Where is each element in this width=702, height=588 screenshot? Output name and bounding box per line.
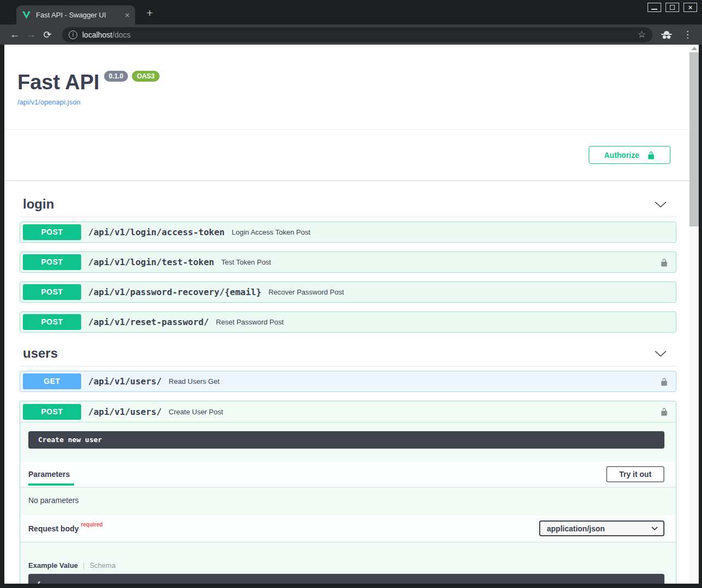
method-badge: POST: [23, 404, 81, 420]
endpoint-row-login-access-token[interactable]: POST /api/v1/login/access-token Login Ac…: [20, 222, 676, 243]
endpoint-summary: Read Users Get: [169, 377, 219, 385]
endpoint-row-read-users[interactable]: GET /api/v1/users/ Read Users Get: [20, 371, 676, 392]
chevron-down-icon: [651, 526, 658, 530]
page-scrollbar[interactable]: [689, 45, 699, 584]
maximize-button[interactable]: [666, 3, 679, 12]
endpoint-description: Create new user: [28, 431, 664, 449]
endpoint-summary: Reset Password Post: [216, 318, 284, 326]
incognito-icon: [660, 30, 673, 39]
endpoint-row-password-recovery[interactable]: POST /api/v1/password-recovery/{email} R…: [20, 281, 676, 303]
tag-title-login: login: [23, 197, 54, 212]
method-badge: POST: [23, 224, 81, 240]
active-tab-underline: [28, 483, 74, 486]
browser-titlebar: Fast API - Swagger UI × + ×: [0, 0, 702, 24]
endpoint-row-login-test-token[interactable]: POST /api/v1/login/test-token Test Token…: [20, 252, 676, 273]
endpoint-summary: Create User Post: [169, 408, 223, 416]
endpoint-summary: Login Access Token Post: [231, 228, 310, 236]
parameters-tab[interactable]: Parameters: [28, 470, 70, 479]
page-viewport: Fast API0.1.0OAS3 /api/v1/openapi.json A…: [4, 45, 699, 584]
endpoint-summary: Recover Password Post: [268, 288, 344, 296]
page-title: Fast API0.1.0OAS3: [17, 71, 676, 94]
unlocked-padlock-icon[interactable]: [660, 377, 668, 387]
tab-favicon-icon: [22, 11, 31, 19]
oas3-badge: OAS3: [132, 71, 160, 82]
no-parameters-text: No parameters: [20, 487, 676, 515]
tag-title-users: users: [23, 346, 58, 361]
new-tab-button[interactable]: +: [143, 7, 156, 20]
chevron-down-icon[interactable]: [655, 351, 667, 357]
close-button[interactable]: ×: [683, 3, 697, 12]
minimize-icon: [651, 9, 657, 10]
site-info-icon[interactable]: i: [69, 30, 77, 39]
required-label: required: [81, 522, 103, 528]
back-button[interactable]: ←: [7, 29, 23, 40]
model-example: Example Value | Schema {: [20, 542, 676, 584]
scrollbar-up-button[interactable]: [689, 45, 699, 52]
reload-button[interactable]: ⟳: [39, 29, 56, 41]
scheme-container: Authorize: [4, 130, 699, 180]
request-body-header: Request bodyrequired application/json: [20, 515, 676, 542]
unlocked-padlock-icon[interactable]: [660, 407, 668, 416]
tab-example-value[interactable]: Example Value: [28, 561, 78, 569]
url-text[interactable]: localhost/docs: [82, 30, 633, 39]
code-line: {: [36, 580, 656, 584]
scrollbar-thumb[interactable]: [689, 52, 699, 226]
endpoint-path: /api/v1/users/: [88, 376, 162, 387]
parameters-header: Parameters Try it out: [20, 461, 676, 487]
media-type-value: application/json: [547, 524, 605, 533]
maximize-icon: [670, 5, 675, 10]
scroll-up-icon: [692, 47, 697, 50]
title-badges: 0.1.0OAS3: [104, 71, 160, 82]
close-icon: ×: [688, 4, 693, 11]
endpoint-path: /api/v1/password-recovery/{email}: [88, 287, 261, 297]
authorize-button[interactable]: Authorize: [589, 146, 670, 164]
request-body-label: Request bodyrequired: [28, 524, 103, 533]
forward-button[interactable]: →: [23, 29, 39, 40]
tag-section-users[interactable]: users: [20, 341, 676, 366]
url-host: localhost: [82, 30, 112, 39]
method-badge: POST: [23, 314, 81, 330]
bookmark-star-icon[interactable]: ☆: [638, 29, 646, 40]
endpoint-summary: Test Token Post: [221, 258, 271, 266]
endpoint-path: /api/v1/login/test-token: [88, 257, 214, 267]
endpoint-path: /api/v1/login/access-token: [88, 227, 224, 237]
unlocked-padlock-icon: [647, 150, 655, 160]
openapi-spec-link[interactable]: /api/v1/openapi.json: [17, 98, 81, 106]
tab-close-icon[interactable]: ×: [125, 11, 130, 19]
browser-toolbar: ← → ⟳ i localhost/docs ☆ ⋮: [0, 24, 702, 45]
chevron-down-icon[interactable]: [655, 201, 667, 207]
media-type-select[interactable]: application/json: [539, 520, 664, 536]
method-badge: POST: [23, 284, 81, 300]
authorize-label: Authorize: [604, 151, 639, 160]
toolbar-right: ⋮: [658, 29, 695, 40]
tab-divider: |: [83, 561, 84, 569]
api-info: Fast API0.1.0OAS3 /api/v1/openapi.json: [17, 45, 676, 107]
endpoint-row-create-user[interactable]: POST /api/v1/users/ Create User Post: [20, 401, 676, 422]
window-controls: ×: [648, 3, 697, 12]
url-path: /docs: [112, 30, 130, 39]
example-tabs: Example Value | Schema: [28, 561, 664, 569]
endpoint-path: /api/v1/reset-password/: [88, 317, 209, 327]
endpoint-path: /api/v1/users/: [88, 407, 162, 417]
endpoint-row-reset-password[interactable]: POST /api/v1/reset-password/ Reset Passw…: [20, 311, 676, 333]
example-code-block: {: [28, 574, 664, 584]
tag-section-login[interactable]: login: [20, 192, 676, 217]
tab-title: Fast API - Swagger UI: [36, 11, 120, 19]
try-it-out-button[interactable]: Try it out: [606, 466, 664, 482]
method-badge: POST: [23, 254, 81, 270]
browser-menu-icon[interactable]: ⋮: [683, 29, 692, 40]
version-badge: 0.1.0: [104, 71, 129, 82]
endpoint-expanded-create-user: POST /api/v1/users/ Create User Post Cre…: [20, 401, 676, 584]
address-bar[interactable]: i localhost/docs ☆: [62, 27, 652, 42]
unlocked-padlock-icon[interactable]: [660, 258, 668, 267]
browser-tab[interactable]: Fast API - Swagger UI ×: [16, 5, 135, 24]
method-badge: GET: [23, 373, 81, 389]
tab-schema[interactable]: Schema: [89, 561, 115, 569]
minimize-button[interactable]: [648, 3, 661, 12]
